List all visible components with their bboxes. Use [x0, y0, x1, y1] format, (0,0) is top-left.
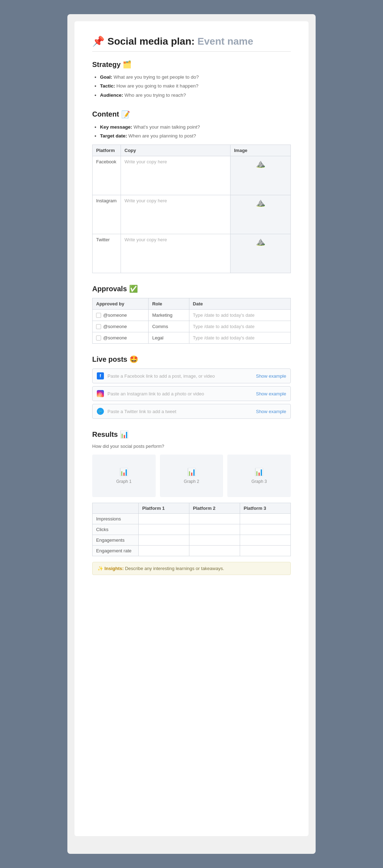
insights-box[interactable]: ✨ Insights: Describe any interesting lea…: [92, 562, 291, 575]
live-posts-title: Live posts 🤩: [92, 355, 291, 363]
clicks-p2[interactable]: [189, 524, 240, 535]
metric-engagement-rate: Engagement rate: [93, 546, 139, 556]
insights-label: ✨ Insights:: [98, 566, 124, 571]
approvals-date-placeholder-1: Type /date to add today's date: [193, 312, 255, 318]
approvals-title: Approvals ✅: [92, 284, 291, 293]
title-emoji: 📌: [92, 35, 105, 47]
engagement-rate-p3[interactable]: [240, 546, 291, 556]
results-description: How did your social posts perform?: [92, 444, 291, 449]
content-section: Content 📝 Key message: What's your main …: [92, 110, 291, 274]
impressions-p3[interactable]: [240, 514, 291, 524]
impressions-p1[interactable]: [139, 514, 189, 524]
live-post-twitter[interactable]: 🐦 Paste a Twitter link to add a tweet Sh…: [92, 404, 291, 419]
instagram-show-example[interactable]: Show example: [256, 391, 286, 396]
metric-clicks: Clicks: [93, 524, 139, 535]
goal-label: Goal:: [100, 74, 112, 80]
engagement-rate-p2[interactable]: [189, 546, 240, 556]
engagements-p3[interactable]: [240, 535, 291, 546]
title-divider: [92, 51, 291, 52]
table-row: @someone Marketing Type /date to add tod…: [93, 310, 291, 321]
approvals-person-name-1: @someone: [103, 312, 127, 318]
image-cell-twitter: ⛰️: [231, 234, 291, 273]
approvals-date-2[interactable]: Type /date to add today's date: [189, 321, 290, 332]
metric-engagements: Engagements: [93, 535, 139, 546]
live-post-instagram[interactable]: ◎ Paste an Instagram link to add a photo…: [92, 386, 291, 401]
table-row: @someone Legal Type /date to add today's…: [93, 332, 291, 344]
table-row: Instagram Write your copy here ⛰️: [93, 195, 291, 234]
approvals-date-placeholder-3: Type /date to add today's date: [193, 335, 255, 340]
clicks-p3[interactable]: [240, 524, 291, 535]
platform-twitter: Twitter: [93, 234, 121, 273]
results-title: Results 📊: [92, 430, 291, 439]
approvals-col-date: Date: [189, 298, 290, 310]
content-col-copy: Copy: [121, 145, 231, 156]
twitter-show-example[interactable]: Show example: [256, 409, 286, 414]
table-row: Clicks: [93, 524, 291, 535]
strategy-title-text: Strategy: [92, 61, 121, 69]
instagram-icon: ◎: [97, 390, 104, 397]
strategy-title: Strategy 🗂️: [92, 60, 291, 69]
live-post-facebook[interactable]: f Paste a Facebook link to add a post, i…: [92, 368, 291, 383]
live-posts-emoji: 🤩: [129, 355, 138, 363]
content-bullets: Key message: What's your main talking po…: [92, 124, 291, 140]
content-col-image: Image: [231, 145, 291, 156]
event-name: Event name: [198, 36, 253, 47]
graph-2: 📊 Graph 2: [160, 455, 223, 497]
page-container: 📌 Social media plan: Event name Strategy…: [67, 14, 316, 854]
approvals-date-placeholder-2: Type /date to add today's date: [193, 324, 255, 329]
graph-3: 📊 Graph 3: [227, 455, 291, 497]
live-posts-section: Live posts 🤩 f Paste a Facebook link to …: [92, 355, 291, 419]
approvals-section: Approvals ✅ Approved by Role Date: [92, 284, 291, 344]
platform-facebook: Facebook: [93, 156, 121, 195]
table-row: Engagement rate: [93, 546, 291, 556]
engagement-rate-p1[interactable]: [139, 546, 189, 556]
graph-2-label: Graph 2: [184, 479, 199, 484]
engagements-p2[interactable]: [189, 535, 240, 546]
key-message-label: Key message:: [100, 124, 132, 130]
content-emoji: 📝: [121, 110, 130, 119]
approval-checkbox-3[interactable]: [96, 336, 101, 340]
graph-1-icon: 📊: [120, 468, 128, 476]
approvals-role-2: Comms: [149, 321, 189, 332]
table-row: Impressions: [93, 514, 291, 524]
key-message-text: What's your main talking point?: [134, 124, 200, 130]
strategy-tactic: Tactic: How are you going to make it hap…: [100, 83, 291, 90]
content-target-date: Target date: When are you planning to po…: [100, 133, 291, 140]
image-placeholder-icon: ⛰️: [256, 237, 265, 246]
approvals-date-1[interactable]: Type /date to add today's date: [189, 310, 290, 321]
audience-label: Audience:: [100, 92, 123, 98]
approvals-person-3: @someone: [93, 332, 149, 344]
impressions-p2[interactable]: [189, 514, 240, 524]
approvals-col-approved-by: Approved by: [93, 298, 149, 310]
metrics-col-platform1: Platform 1: [139, 503, 189, 514]
approvals-date-3[interactable]: Type /date to add today's date: [189, 332, 290, 344]
insights-text: Describe any interesting learnings or ta…: [125, 566, 224, 571]
approvals-person-name-3: @someone: [103, 335, 127, 340]
platform-instagram: Instagram: [93, 195, 121, 234]
results-section: Results 📊 How did your social posts perf…: [92, 430, 291, 575]
metric-impressions: Impressions: [93, 514, 139, 524]
target-date-text: When are you planning to post?: [128, 133, 196, 139]
table-row: Twitter Write your copy here ⛰️: [93, 234, 291, 273]
twitter-link-placeholder: Paste a Twitter link to add a tweet: [107, 409, 256, 414]
approval-checkbox-1[interactable]: [96, 313, 101, 318]
approvals-emoji: ✅: [129, 284, 138, 293]
target-date-label: Target date:: [100, 133, 127, 139]
facebook-show-example[interactable]: Show example: [256, 373, 286, 379]
image-cell-facebook: ⛰️: [231, 156, 291, 195]
table-row: Engagements: [93, 535, 291, 546]
approval-checkbox-2[interactable]: [96, 324, 101, 329]
engagements-p1[interactable]: [139, 535, 189, 546]
graph-2-icon: 📊: [187, 468, 196, 476]
approvals-role-1: Marketing: [149, 310, 189, 321]
facebook-icon: f: [97, 372, 104, 379]
clicks-p1[interactable]: [139, 524, 189, 535]
content-card: 📌 Social media plan: Event name Strategy…: [74, 21, 309, 836]
approvals-person-name-2: @someone: [103, 324, 127, 329]
strategy-bullets: Goal: What are you trying to get people …: [92, 74, 291, 99]
approvals-role-3: Legal: [149, 332, 189, 344]
approvals-title-text: Approvals: [92, 285, 127, 293]
strategy-audience: Audience: Who are you trying to reach?: [100, 92, 291, 99]
copy-placeholder-twitter: Write your copy here: [124, 237, 167, 242]
approvals-table: Approved by Role Date @someone Mark: [92, 298, 291, 344]
